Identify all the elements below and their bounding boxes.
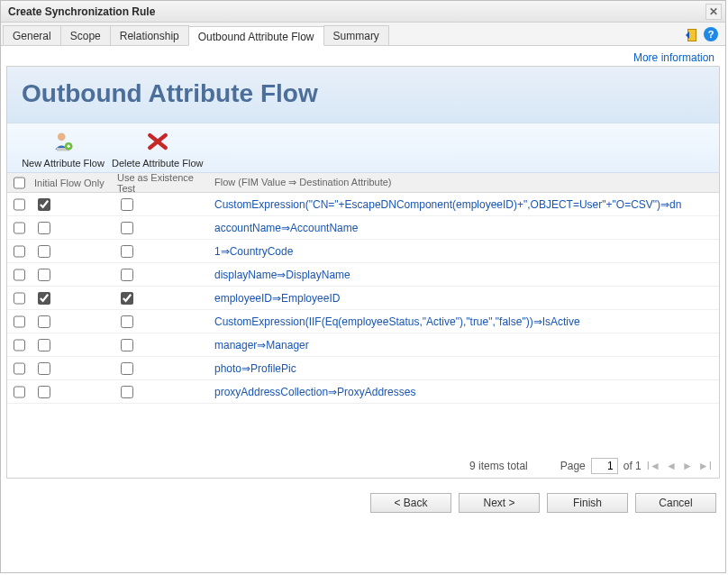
- flow-link[interactable]: CustomExpression("CN="+EscapeDNComponent…: [214, 198, 681, 211]
- row-select-checkbox[interactable]: [14, 339, 25, 351]
- flow-link[interactable]: proxyAddressCollection⇒ProxyAddresses: [214, 386, 415, 398]
- pager-prev-icon[interactable]: ◄: [666, 460, 677, 472]
- new-attribute-flow-label: New Attribute Flow: [22, 158, 105, 169]
- next-button[interactable]: Next >: [459, 493, 540, 513]
- initial-flow-only-checkbox[interactable]: [38, 198, 50, 211]
- col-use-as-existence-test[interactable]: Use as Existence Test: [114, 172, 211, 194]
- window-title: Create Synchronization Rule: [8, 5, 155, 18]
- col-flow[interactable]: Flow (FIM Value ⇒ Destination Attribute): [211, 177, 719, 188]
- existence-test-cell: [114, 219, 211, 237]
- col-initial-flow-only[interactable]: Initial Flow Only: [31, 178, 114, 188]
- row-select-checkbox[interactable]: [14, 269, 25, 281]
- flow-cell: proxyAddressCollection⇒ProxyAddresses: [211, 386, 719, 398]
- flow-link[interactable]: displayName⇒DisplayName: [214, 269, 350, 281]
- initial-flow-only-cell: [31, 360, 114, 378]
- initial-flow-only-checkbox[interactable]: [38, 245, 50, 258]
- initial-flow-only-cell: [31, 219, 114, 237]
- existence-test-checkbox[interactable]: [121, 362, 133, 375]
- existence-test-cell: [114, 266, 211, 284]
- table-row: proxyAddressCollection⇒ProxyAddresses: [7, 380, 719, 404]
- existence-test-checkbox[interactable]: [121, 315, 133, 328]
- tab-general[interactable]: General: [3, 25, 61, 45]
- tab-summary[interactable]: Summary: [323, 25, 389, 45]
- back-button[interactable]: < Back: [370, 493, 451, 513]
- initial-flow-only-checkbox[interactable]: [38, 269, 50, 281]
- row-select-cell: [7, 289, 31, 307]
- more-information-link[interactable]: More information: [1, 46, 725, 66]
- tab-scope[interactable]: Scope: [60, 25, 111, 45]
- existence-test-checkbox[interactable]: [121, 245, 133, 258]
- row-select-checkbox[interactable]: [14, 386, 25, 398]
- delete-x-icon: [143, 129, 172, 154]
- existence-test-checkbox[interactable]: [121, 198, 133, 211]
- row-select-checkbox[interactable]: [14, 315, 25, 328]
- grid-header: Initial Flow Only Use as Existence Test …: [7, 173, 719, 193]
- existence-test-checkbox[interactable]: [121, 386, 133, 398]
- flow-cell: photo⇒ProfilePic: [211, 362, 719, 375]
- row-select-checkbox[interactable]: [14, 292, 25, 305]
- existence-test-checkbox[interactable]: [121, 269, 133, 281]
- table-row: CustomExpression("CN="+EscapeDNComponent…: [7, 193, 719, 216]
- items-total: 9 items total: [469, 460, 528, 472]
- initial-flow-only-checkbox[interactable]: [38, 222, 50, 234]
- pager-next-icon[interactable]: ►: [682, 460, 693, 472]
- existence-test-checkbox[interactable]: [121, 222, 133, 234]
- pager-first-icon[interactable]: I◄: [647, 460, 660, 472]
- row-select-cell: [7, 360, 31, 378]
- row-select-cell: [7, 383, 31, 401]
- initial-flow-only-checkbox[interactable]: [38, 362, 50, 375]
- select-all-cell: [7, 174, 31, 192]
- tabs-row: General Scope Relationship Outbound Attr…: [1, 23, 725, 46]
- close-icon: ✕: [709, 5, 718, 18]
- cancel-button[interactable]: Cancel: [635, 493, 716, 513]
- flow-link[interactable]: photo⇒ProfilePic: [214, 362, 296, 375]
- flow-link[interactable]: CustomExpression(IIF(Eq(employeeStatus,"…: [214, 315, 580, 328]
- flow-link[interactable]: manager⇒Manager: [214, 339, 309, 351]
- existence-test-cell: [114, 336, 211, 354]
- existence-test-checkbox[interactable]: [121, 339, 133, 351]
- existence-test-cell: [114, 242, 211, 260]
- delete-attribute-flow-button[interactable]: Delete Attribute Flow: [112, 129, 204, 169]
- flow-link[interactable]: accountName⇒AccountName: [214, 222, 358, 234]
- row-select-cell: [7, 313, 31, 331]
- pager-last-icon[interactable]: ►I: [698, 460, 712, 472]
- select-all-checkbox[interactable]: [14, 177, 25, 189]
- row-select-cell: [7, 219, 31, 237]
- new-attribute-flow-button[interactable]: New Attribute Flow: [18, 129, 108, 169]
- row-select-cell: [7, 336, 31, 354]
- row-select-checkbox[interactable]: [14, 222, 25, 234]
- paste-icon[interactable]: [686, 27, 698, 41]
- initial-flow-only-checkbox[interactable]: [38, 386, 50, 398]
- flow-link[interactable]: employeeID⇒EmployeeID: [214, 292, 340, 305]
- initial-flow-only-cell: [31, 242, 114, 260]
- close-button[interactable]: ✕: [705, 4, 722, 20]
- flow-link[interactable]: 1⇒CountryCode: [214, 245, 293, 258]
- tab-outbound-attribute-flow[interactable]: Outbound Attribute Flow: [188, 26, 324, 46]
- flow-cell: employeeID⇒EmployeeID: [211, 292, 719, 305]
- initial-flow-only-checkbox[interactable]: [38, 339, 50, 351]
- row-select-checkbox[interactable]: [14, 362, 25, 375]
- help-icon[interactable]: ?: [704, 27, 718, 41]
- table-row: employeeID⇒EmployeeID: [7, 287, 719, 310]
- page-of-label: of 1: [623, 460, 642, 472]
- row-select-cell: [7, 266, 31, 284]
- tabs-toolbar: ?: [686, 27, 725, 41]
- finish-button[interactable]: Finish: [547, 493, 628, 513]
- grid-body: CustomExpression("CN="+EscapeDNComponent…: [7, 193, 719, 404]
- initial-flow-only-checkbox[interactable]: [38, 292, 50, 305]
- flow-cell: displayName⇒DisplayName: [211, 269, 719, 281]
- wizard-buttons: < Back Next > Finish Cancel: [1, 486, 725, 522]
- initial-flow-only-cell: [31, 266, 114, 284]
- page-title: Outbound Attribute Flow: [7, 67, 719, 123]
- row-select-checkbox[interactable]: [14, 198, 25, 211]
- initial-flow-only-checkbox[interactable]: [38, 315, 50, 328]
- row-select-cell: [7, 242, 31, 260]
- flow-cell: 1⇒CountryCode: [211, 245, 719, 258]
- row-select-cell: [7, 196, 31, 214]
- initial-flow-only-cell: [31, 336, 114, 354]
- initial-flow-only-cell: [31, 289, 114, 307]
- page-number-input[interactable]: [591, 458, 618, 474]
- existence-test-checkbox[interactable]: [121, 292, 133, 305]
- row-select-checkbox[interactable]: [14, 245, 25, 258]
- tab-relationship[interactable]: Relationship: [110, 25, 189, 45]
